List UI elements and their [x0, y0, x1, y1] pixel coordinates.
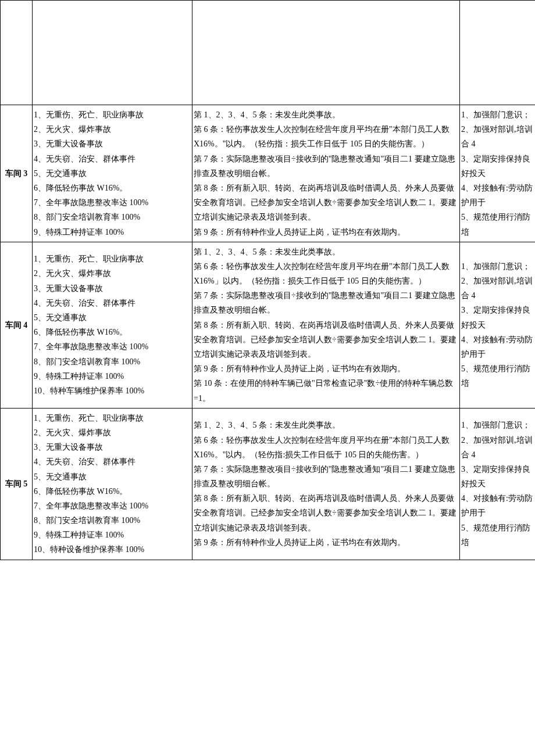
- safety-targets-table: 车间 31、无重伤、死亡、职业病事故2、无火灾、爆炸事故3、无重大设备事故4、无…: [0, 0, 535, 560]
- target-item: 2、无火灾、爆炸事故: [34, 122, 191, 137]
- measure-item: 5、规范使用行消防培: [461, 210, 534, 239]
- target-item: 2、无火灾、爆炸事故: [34, 425, 191, 440]
- criteria-item: 第 8 条：所有新入职、转岗、在岗再培训及临时借调人员、外来人员要做安全教育培训…: [194, 318, 458, 362]
- target-item: 5、无交通事故: [34, 310, 191, 325]
- criteria-cell: 第 1、2、3、4、5 条：未发生此类事故。第 6 条：轻伤事故发生人次控制在经…: [192, 105, 460, 242]
- targets-cell: 1、无重伤、死亡、职业病事故2、无火灾、爆炸事故3、无重大设备事故4、无失窃、治…: [33, 105, 192, 242]
- measure-item: 2、加强对部训,培训合 4: [461, 274, 534, 303]
- measure-item: 3、定期安排保持良好投天: [461, 303, 534, 332]
- measure-item: 5、规范使用行消防培: [461, 521, 534, 550]
- measure-item: 1、加强部门意识；: [461, 259, 534, 274]
- target-item: 1、无重伤、死亡、职业病事故: [34, 252, 191, 266]
- measures-cell: 1、加强部门意识；2、加强对部训,培训合 43、定期安排保持良好投天4、对接触有…: [460, 242, 536, 408]
- criteria-item: 第 8 条：所有新入职、转岗、在岗再培训及临时借调人员、外来人员要做安全教育培训…: [194, 181, 458, 225]
- criteria-item: 第 10 条：在使用的特种车辆已做"日常检查记录"数÷使用的特种车辆总数=1。: [194, 376, 458, 405]
- target-item: 8、部门安全培训教育率 100%: [34, 210, 191, 224]
- target-item: 9、特殊工种持证率 100%: [34, 369, 191, 384]
- criteria-item: 第 8 条：所有新入职、转岗、在岗再培训及临时借调人员、外来人员要做安全教育培训…: [194, 491, 458, 535]
- target-item: 7、全年事故隐患整改率达 100%: [34, 339, 191, 354]
- target-item: 1、无重伤、死亡、职业病事故: [34, 108, 191, 122]
- target-item: 3、无重大设备事故: [34, 440, 191, 454]
- table-row: 车间 51、无重伤、死亡、职业病事故2、无火灾、爆炸事故3、无重大设备事故4、无…: [1, 408, 536, 560]
- targets-cell: 1、无重伤、死亡、职业病事故2、无火灾、爆炸事故3、无重大设备事故4、无失窃、治…: [33, 408, 192, 560]
- target-item: 8、部门安全培训教育率 100%: [34, 354, 191, 369]
- target-item: 7、全年事故隐患整改率达 100%: [34, 195, 191, 210]
- target-item: 6、降低轻伤事故 W16%。: [34, 484, 191, 499]
- target-item: 4、无失窃、治安、群体事件: [34, 296, 191, 310]
- target-item: 9、特殊工种持证率 100%: [34, 225, 191, 239]
- criteria-item: 第 6 条：轻伤事故发生人次控制在经营年度月平均在册"本部门员工人数 X16%。…: [194, 122, 458, 151]
- spacer-row: [1, 1, 536, 105]
- criteria-cell: 第 1、2、3、4、5 条：未发生此类事故。第 6 条：轻伤事故发生人次控制在经…: [192, 408, 460, 560]
- target-item: 6、降低轻伤事故 W16%。: [34, 181, 191, 195]
- measures-cell: 1、加强部门意识；2、加强对部训,培训合 43、定期安排保持良好投天4、对接触有…: [460, 105, 536, 242]
- target-item: 9、特殊工种持证率 100%: [34, 528, 191, 542]
- table-row: 车间 41、无重伤、死亡、职业病事故2、无火灾、爆炸事故3、无重大设备事故4、无…: [1, 242, 536, 408]
- target-item: 5、无交通事故: [34, 470, 191, 484]
- measure-item: 3、定期安排保持良好投天: [461, 152, 534, 181]
- target-item: 4、无失窃、治安、群体事件: [34, 152, 191, 166]
- criteria-item: 第 6 条：轻伤事故发生人次控制在经营年度月平均在册"本部门员工人数 X16%」…: [194, 259, 458, 288]
- measure-item: 3、定期安排保持良好投天: [461, 462, 534, 491]
- target-item: 8、部门安全培训教育率 100%: [34, 513, 191, 528]
- workshop-label: 车间 5: [1, 408, 33, 560]
- criteria-item: 第 9 条：所有特种作业人员持证上岗，证书均在有效期内。: [194, 225, 458, 239]
- target-item: 3、无重大设备事故: [34, 281, 191, 296]
- targets-cell: 1、无重伤、死亡、职业病事故2、无火灾、爆炸事故3、无重大设备事故4、无失窃、治…: [33, 242, 192, 408]
- criteria-item: 第 1、2、3、4、5 条：未发生此类事故。: [194, 245, 458, 259]
- target-item: 10、特种设备维护保养率 100%: [34, 542, 191, 557]
- workshop-label: 车间 4: [1, 242, 33, 408]
- criteria-item: 第 9 条：所有特种作业人员持证上岗，证书均在有效期内。: [194, 535, 458, 550]
- target-item: 1、无重伤、死亡、职业病事故: [34, 411, 191, 425]
- workshop-label: 车间 3: [1, 105, 33, 242]
- measure-item: 4、对接触有:劳动防护用于: [461, 181, 534, 210]
- criteria-item: 第 7 条：实际隐患整改项目÷接收到的"隐患整改通知"项目二1 要建立隐患排查及…: [194, 288, 458, 317]
- measure-item: 2、加强对部训,培训合 4: [461, 433, 534, 462]
- target-item: 4、无失窃、治安、群体事件: [34, 454, 191, 469]
- measures-cell: 1、加强部门意识；2、加强对部训,培训合 43、定期安排保持良好投天4、对接触有…: [460, 408, 536, 560]
- measure-item: 1、加强部门意识；: [461, 108, 534, 122]
- target-item: 6、降低轻伤事故 W16%。: [34, 325, 191, 339]
- table-row: 车间 31、无重伤、死亡、职业病事故2、无火灾、爆炸事故3、无重大设备事故4、无…: [1, 105, 536, 242]
- measure-item: 2、加强对部训,培训合 4: [461, 122, 534, 151]
- target-item: 7、全年事故隐患整改率达 100%: [34, 499, 191, 513]
- criteria-item: 第 1、2、3、4、5 条：未发生此类事故。: [194, 418, 458, 432]
- target-item: 10、特种车辆维护保养率 100%: [34, 384, 191, 398]
- criteria-item: 第 1、2、3、4、5 条：未发生此类事故。: [194, 108, 458, 122]
- criteria-item: 第 7 条：实际隐患整改项目÷接收到的"隐患整改通知"项目二1 要建立隐患排查及…: [194, 152, 458, 181]
- criteria-item: 第 7 条：实际隐患整改项目÷接收到的"隐患整改通知"项目二1 要建立隐患排查及…: [194, 462, 458, 491]
- measure-item: 5、规范使用行消防培: [461, 361, 534, 390]
- criteria-item: 第 9 条：所有特种作业人员持证上岗，证书均在有效期内。: [194, 361, 458, 376]
- criteria-cell: 第 1、2、3、4、5 条：未发生此类事故。第 6 条：轻伤事故发生人次控制在经…: [192, 242, 460, 408]
- measure-item: 4、对接触有:劳动防护用于: [461, 332, 534, 361]
- measure-item: 4、对接触有:劳动防护用于: [461, 491, 534, 520]
- target-item: 3、无重大设备事故: [34, 137, 191, 151]
- target-item: 5、无交通事故: [34, 166, 191, 181]
- criteria-item: 第 6 条：轻伤事故发生人次控制在经营年度月平均在册"本部门员工人数 X16%。…: [194, 433, 458, 462]
- measure-item: 1、加强部门意识；: [461, 418, 534, 432]
- target-item: 2、无火灾、爆炸事故: [34, 266, 191, 281]
